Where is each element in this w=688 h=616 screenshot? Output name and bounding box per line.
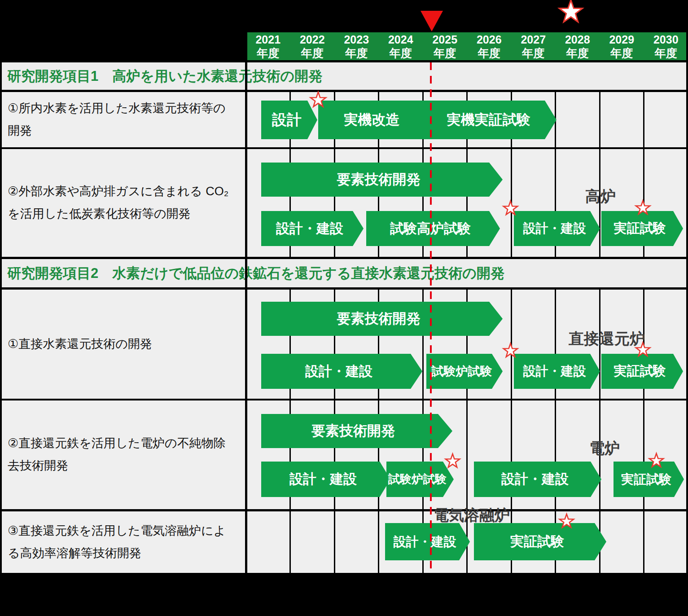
milestone-star-icon (647, 451, 666, 471)
gantt-bar-s1r2-yoso: 要素技術開発 (261, 163, 503, 197)
right-border (686, 32, 688, 575)
gantt-bar-s2r1-shiken: 試験炉試験 (426, 354, 503, 389)
milestone-star-icon (501, 199, 520, 218)
year-header-2022: 2022 年度 (290, 33, 335, 59)
gantt-bar-s1r2-shiken: 試験高炉試験 (366, 211, 500, 246)
gantt-bar-s2r2-yoso: 要素技術開発 (261, 414, 452, 448)
bar-label: 設計・建設 (523, 363, 591, 380)
milestone-star-icon (633, 340, 653, 360)
row-divider-line (0, 287, 688, 290)
bar-label: 実証試験 (621, 471, 676, 488)
bar-label: 実機改造 (344, 110, 399, 129)
gantt-bar-s1r2-sekkei2: 設計・建設 (514, 211, 600, 246)
year-header-2026: 2026 年度 (467, 33, 512, 59)
row-divider-line (0, 573, 688, 575)
bar-label: 設計・建設 (289, 470, 362, 488)
left-border (0, 60, 2, 575)
milestone-star-icon (557, 0, 585, 26)
annotation-blast-furnace: 高炉 (585, 186, 616, 207)
milestone-star-icon (501, 341, 520, 361)
year-gridline (599, 92, 600, 257)
gantt-bar-s2r1-sekkei1: 設計・建設 (261, 354, 422, 389)
row-divider-line (0, 399, 688, 400)
annotation-electric-furnace: 電炉 (589, 438, 620, 459)
row-divider-line (0, 60, 688, 62)
row-divider-line (0, 509, 688, 511)
bar-label: 設計 (272, 110, 307, 130)
year-header-2029: 2029 年度 (600, 33, 644, 59)
year-header-2030: 2030 年度 (644, 33, 688, 59)
section1-title: 研究開発項目1 高炉を用いた水素還元技術の開発 (0, 62, 688, 90)
bar-label: 要素技術開発 (311, 422, 402, 440)
bar-label: 実証試験 (510, 532, 570, 551)
section2-title: 研究開発項目2 水素だけで低品位の鉄鉱石を還元する直接水素還元技術の開発 (0, 259, 688, 287)
row-label-s2r2: ②直接還元鉄を活用した電炉の不純物除 去技術開発 (2, 400, 259, 509)
bottom-black-band (0, 575, 688, 616)
year-header-2023: 2023 年度 (334, 33, 379, 59)
bar-label: 設計・建設 (305, 362, 378, 381)
row-label-s2r3: ③直接還元鉄を活用した電気溶融炉によ る高効率溶解等技術開発 (2, 511, 259, 573)
gantt-bar-s2r3-jissho: 実証試験 (474, 523, 606, 560)
bar-label: 要素技術開発 (337, 170, 427, 189)
gantt-bar-s2r2-sekkei1: 設計・建設 (261, 462, 390, 497)
row-label-s1r2: ②外部水素や高炉排ガスに含まれる CO₂ を活用した低炭素化技術等の開発 (2, 149, 259, 257)
bar-label: 試験炉試験 (388, 471, 452, 487)
milestone-star-icon (443, 452, 462, 471)
gantt-bar-s2r2-sekkei2: 設計・建設 (474, 462, 601, 497)
gantt-bar-s2r1-yoso: 要素技術開発 (261, 302, 503, 336)
current-time-triangle-marker (421, 11, 443, 31)
gantt-bar-s1r1-jikki: 実機改造実機実証試験 (318, 101, 557, 139)
year-header-2025: 2025 年度 (423, 33, 467, 59)
gantt-bar-s2r1-sekkei2: 設計・建設 (514, 354, 600, 389)
rd-roadmap-gantt: 2021 年度2022 年度2023 年度2024 年度2025 年度2026 … (0, 0, 688, 616)
current-time-dashed-line (430, 62, 432, 573)
bar-label: 要素技術開発 (337, 309, 427, 328)
bar-label: 設計・建設 (394, 533, 462, 550)
bar-label: 設計・建設 (501, 470, 574, 488)
year-header-2028: 2028 年度 (556, 33, 600, 59)
bar-label: 設計・建設 (523, 220, 591, 237)
row-divider-line (0, 257, 688, 259)
bar-label: 試験炉試験 (432, 363, 498, 379)
label-column-border (245, 32, 247, 575)
gantt-bar-s1r2-sekkei1: 設計・建設 (261, 211, 364, 246)
milestone-star-icon (557, 512, 576, 531)
top-left-black-corner (0, 32, 246, 60)
row-label-s1r1: ①所内水素を活用した水素還元技術等の 開発 (2, 92, 259, 147)
annotation-electric-melting-furnace: 電気溶融炉 (434, 505, 510, 526)
bar-label: 実証試験 (614, 220, 671, 238)
year-header-2027: 2027 年度 (511, 33, 556, 59)
bar-label: 実証試験 (614, 362, 671, 380)
row-divider-line (0, 90, 688, 92)
bar-label: 実機実証試験 (447, 110, 530, 129)
milestone-star-icon (633, 198, 653, 218)
year-header-2021: 2021 年度 (246, 33, 290, 59)
milestone-star-icon (308, 90, 329, 110)
row-divider-line (0, 147, 688, 149)
row-label-s2r1: ①直接水素還元技術の開発 (2, 290, 259, 399)
year-header-2024: 2024 年度 (379, 33, 423, 59)
bar-label: 試験高炉試験 (390, 220, 476, 238)
bar-label: 設計・建設 (276, 220, 349, 238)
gantt-bar-s2r3-sekkei: 設計・建設 (385, 523, 470, 560)
